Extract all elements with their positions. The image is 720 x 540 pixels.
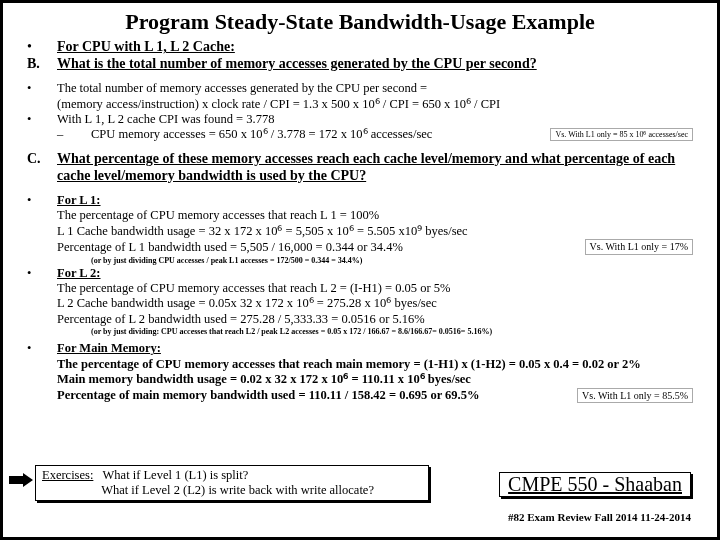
dash: – bbox=[57, 127, 91, 141]
compare-box: Vs. With L1 only = 85.5% bbox=[577, 388, 693, 404]
bullet: • bbox=[27, 266, 57, 280]
exercises-q1: What if Level 1 (L1) is split? bbox=[103, 468, 249, 482]
slide-footer: #82 Exam Review Fall 2014 11-24-2014 bbox=[508, 511, 691, 523]
bullet: • bbox=[27, 193, 57, 207]
l1-line1: The percentage of CPU memory accesses th… bbox=[57, 208, 693, 222]
mm-line2: Main memory bandwidth usage = 0.02 x 32 … bbox=[57, 372, 693, 386]
l2-line2: L 2 Cache bandwidth usage = 0.05x 32 x 1… bbox=[57, 296, 693, 310]
l2-tiny: (or by just dividing: CPU accesses that … bbox=[91, 327, 693, 336]
calc-b-line1: The total number of memory accesses gene… bbox=[57, 81, 693, 95]
slide-title: Program Steady-State Bandwidth-Usage Exa… bbox=[27, 9, 693, 35]
calc-b-line3: With L 1, L 2 cache CPI was found = 3.77… bbox=[57, 112, 693, 126]
calc-b-line4: CPU memory accesses = 650 x 10⁶ / 3.778 … bbox=[91, 127, 546, 141]
l2-line1: The percentage of CPU memory accesses th… bbox=[57, 281, 693, 295]
calc-b-line4-row: CPU memory accesses = 650 x 10⁶ / 3.778 … bbox=[91, 127, 693, 141]
slide: Program Steady-State Bandwidth-Usage Exa… bbox=[0, 0, 720, 540]
label-b: B. bbox=[27, 56, 57, 72]
exercises-box: Exercises: What if Level 1 (L1) is split… bbox=[35, 465, 429, 501]
question-c-b: cache level/memory bandwidth is used by … bbox=[57, 168, 693, 184]
svg-marker-0 bbox=[9, 473, 33, 487]
l1-line2: L 1 Cache bandwidth usage = 32 x 172 x 1… bbox=[57, 224, 693, 238]
question-b-intro: For CPU with L 1, L 2 Cache: bbox=[57, 39, 693, 55]
l1-line3: Percentage of L 1 bandwidth used = 5,505… bbox=[57, 240, 581, 254]
compare-box: Vs. With L1 only = 17% bbox=[585, 239, 693, 255]
mm-line3: Percentage of main memory bandwidth used… bbox=[57, 388, 573, 402]
arrow-right-icon bbox=[9, 473, 33, 487]
bullet: • bbox=[27, 341, 57, 355]
bullet: • bbox=[27, 39, 57, 55]
compare-box: Vs. With L1 only = 85 x 10⁶ accesses/sec bbox=[550, 128, 693, 141]
l1-line3-row: Percentage of L 1 bandwidth used = 5,505… bbox=[57, 239, 693, 255]
mm-line3-row: Percentage of main memory bandwidth used… bbox=[57, 388, 693, 404]
l2-line3: Percentage of L 2 bandwidth used = 275.2… bbox=[57, 312, 693, 326]
l2-head: For L 2: bbox=[57, 266, 693, 280]
exercises-q2: What if Level 2 (L2) is write back with … bbox=[101, 483, 374, 497]
l1-tiny: (or by just dividing CPU accesses / peak… bbox=[91, 256, 693, 265]
question-b: What is the total number of memory acces… bbox=[57, 56, 693, 72]
label-c: C. bbox=[27, 151, 57, 167]
calc-b-line2: (memory access/instruction) x clock rate… bbox=[57, 97, 693, 111]
bullet: • bbox=[27, 81, 57, 95]
question-c-a: What percentage of these memory accesses… bbox=[57, 151, 693, 167]
exercises-label: Exercises: bbox=[42, 468, 93, 482]
bullet: • bbox=[27, 112, 57, 126]
mm-head: For Main Memory: bbox=[57, 341, 693, 355]
l1-head: For L 1: bbox=[57, 193, 693, 207]
mm-line1: The percentage of CPU memory accesses th… bbox=[57, 357, 693, 371]
course-box: CMPE 550 - Shaaban bbox=[499, 472, 691, 497]
